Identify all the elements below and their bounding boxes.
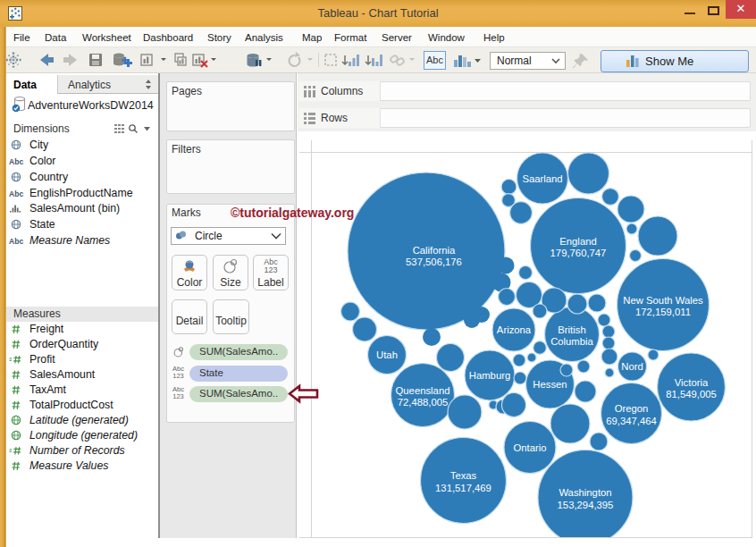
svg-text:81,549,005: 81,549,005: [666, 389, 717, 400]
svg-text:153,294,395: 153,294,395: [558, 500, 614, 510]
svg-text:Victoria: Victoria: [675, 377, 709, 388]
svg-text:California: California: [413, 245, 456, 256]
svg-text:Ontario: Ontario: [513, 442, 546, 453]
svg-text:Hamburg: Hamburg: [469, 370, 510, 381]
svg-text:Abc: Abc: [9, 189, 23, 198]
svg-text:Hessen: Hessen: [533, 379, 567, 390]
svg-text:Utah: Utah: [376, 349, 398, 360]
svg-text:179,760,747: 179,760,747: [550, 248, 607, 258]
svg-text:69,347,464: 69,347,464: [606, 416, 657, 426]
svg-text:Saarland: Saarland: [522, 173, 562, 184]
svg-text:Queensland: Queensland: [396, 385, 450, 396]
svg-text:British: British: [558, 324, 585, 335]
svg-text:Columbia: Columbia: [550, 336, 593, 347]
svg-text:Washington: Washington: [559, 487, 611, 498]
svg-text:Abc: Abc: [9, 237, 23, 246]
svg-text:131,517,469: 131,517,469: [435, 483, 491, 493]
svg-text:Oregon: Oregon: [615, 403, 649, 414]
svg-text:Abc: Abc: [9, 157, 23, 166]
svg-text:England: England: [559, 236, 596, 247]
svg-text:72,488,005: 72,488,005: [398, 397, 449, 408]
svg-text:537,506,176: 537,506,176: [406, 257, 462, 267]
svg-text:Arizona: Arizona: [497, 324, 532, 335]
svg-text:Nord: Nord: [621, 361, 643, 372]
svg-text:Texas: Texas: [450, 470, 477, 481]
svg-text:172,159,011: 172,159,011: [635, 307, 691, 317]
svg-text:New South Wales: New South Wales: [623, 295, 703, 306]
